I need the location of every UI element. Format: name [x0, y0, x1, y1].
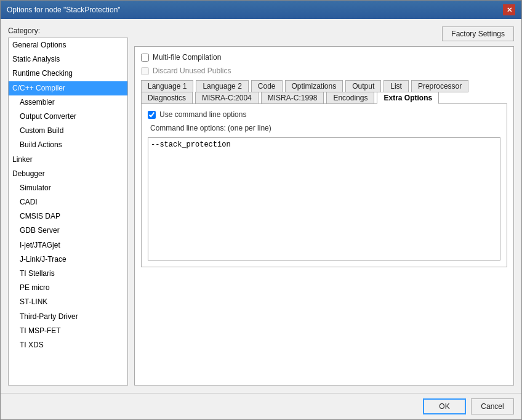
tab-encodings[interactable]: Encodings [326, 92, 374, 104]
category-panel: Category: General OptionsStatic Analysis… [8, 26, 128, 386]
category-item-build-actions[interactable]: Build Actions [9, 138, 127, 152]
close-button[interactable]: ✕ [503, 4, 515, 15]
options-area: Multi-file Compilation Discard Unused Pu… [134, 46, 514, 386]
ok-button[interactable]: OK [423, 398, 466, 414]
category-item-simulator[interactable]: Simulator [9, 181, 127, 195]
tab-content: Use command line options Command line op… [141, 104, 507, 267]
category-item-ti-xds[interactable]: TI XDS [9, 338, 127, 352]
bottom-buttons: OK Cancel [1, 393, 521, 419]
use-cmdline-label: Use command line options [159, 110, 246, 119]
discard-label: Discard Unused Publics [153, 67, 231, 75]
top-row: Factory Settings [134, 26, 514, 41]
dialog-title: Options for node "StackProtection" [7, 6, 121, 14]
category-item-gdb-server[interactable]: GDB Server [9, 224, 127, 238]
tab-language2[interactable]: Language 2 [196, 80, 248, 92]
category-item-cadi[interactable]: CADI [9, 195, 127, 209]
category-item-debugger[interactable]: Debugger [9, 167, 127, 181]
main-panel: Factory Settings Multi-file Compilation … [134, 26, 514, 386]
category-item-static-analysis[interactable]: Static Analysis [9, 52, 127, 67]
tab-language1[interactable]: Language 1 [141, 80, 193, 92]
category-item-st-link[interactable]: ST-LINK [9, 295, 127, 309]
dialog-body: Category: General OptionsStatic Analysis… [1, 19, 521, 393]
category-list: General OptionsStatic AnalysisRuntime Ch… [8, 38, 128, 386]
multifile-label: Multi-file Compilation [153, 53, 221, 62]
cmdline-textarea[interactable] [148, 137, 500, 260]
category-label: Category: [8, 26, 128, 35]
discard-checkbox[interactable] [141, 67, 149, 75]
cmdline-options-label: Command line options: (one per line) [150, 124, 500, 132]
tab-preprocessor[interactable]: Preprocessor [411, 80, 468, 92]
dialog-window: Options for node "StackProtection" ✕ Cat… [0, 0, 522, 420]
category-item-cpp-compiler[interactable]: C/C++ Compiler [9, 81, 127, 95]
tab-optimizations[interactable]: Optimizations [285, 80, 343, 92]
use-cmdline-row: Use command line options [148, 110, 500, 119]
tab-diagnostics[interactable]: Diagnostics [141, 92, 193, 104]
tab-extra-options[interactable]: Extra Options [377, 92, 439, 104]
tab-list[interactable]: List [383, 80, 409, 92]
category-item-linker[interactable]: Linker [9, 153, 127, 167]
discard-row: Discard Unused Publics [141, 67, 507, 75]
tabs-group: Language 1Language 2CodeOptimizationsOut… [141, 80, 507, 267]
title-bar: Options for node "StackProtection" ✕ [1, 1, 521, 19]
category-item-pe-micro[interactable]: PE micro [9, 281, 127, 295]
category-item-cmsis-dap[interactable]: CMSIS DAP [9, 209, 127, 224]
tab-code[interactable]: Code [251, 80, 283, 92]
tab-output[interactable]: Output [345, 80, 381, 92]
tab-misra-c2004[interactable]: MISRA-C:2004 [195, 92, 259, 104]
category-item-custom-build[interactable]: Custom Build [9, 124, 127, 138]
cancel-button[interactable]: Cancel [471, 398, 514, 414]
category-item-runtime-checking[interactable]: Runtime Checking [9, 67, 127, 81]
tab-misra-c1998[interactable]: MISRA-C:1998 [261, 92, 324, 104]
category-item-third-party[interactable]: Third-Party Driver [9, 310, 127, 324]
multifile-row: Multi-file Compilation [141, 53, 507, 62]
category-item-assembler[interactable]: Assembler [9, 95, 127, 110]
use-cmdline-checkbox[interactable] [148, 111, 156, 119]
category-item-ti-msp-fet[interactable]: TI MSP-FET [9, 324, 127, 338]
category-item-general-options[interactable]: General Options [9, 38, 127, 52]
multifile-checkbox[interactable] [141, 54, 149, 62]
category-item-i-jet[interactable]: I-jet/JTAGjet [9, 238, 127, 252]
tabs-row-2: DiagnosticsMISRA-C:2004MISRA-C:1998Encod… [141, 92, 507, 104]
factory-settings-button[interactable]: Factory Settings [442, 26, 514, 41]
category-item-ti-stellaris[interactable]: TI Stellaris [9, 267, 127, 281]
category-item-jlink[interactable]: J-Link/J-Trace [9, 252, 127, 267]
category-item-output-converter[interactable]: Output Converter [9, 110, 127, 124]
tabs-row-1: Language 1Language 2CodeOptimizationsOut… [141, 80, 507, 92]
